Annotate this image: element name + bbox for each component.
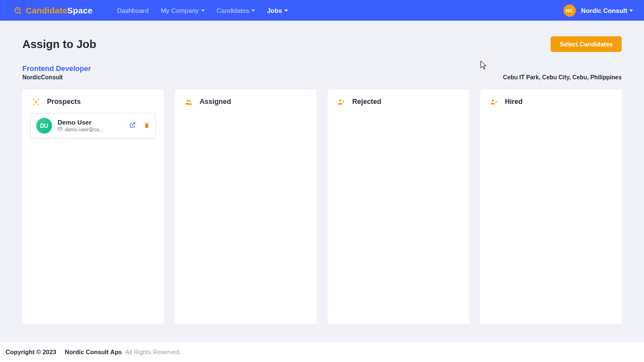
brand-part2: Space: [67, 6, 92, 15]
job-location: Cebu IT Park, Cebu City, Cebu, Philippin…: [503, 74, 622, 80]
assigned-icon: [184, 97, 193, 106]
job-company: NordicConsult: [22, 74, 91, 80]
job-info-left: Frontend Developer NordicConsult: [22, 64, 91, 80]
kanban-board: Prospects DU Demo User demo.user@ca...: [22, 89, 622, 324]
footer-company: Nordic Consult Aps: [65, 349, 122, 355]
nav-right: NC Nordic Consult: [564, 4, 633, 17]
svg-point-2: [17, 9, 18, 11]
search-person-icon: [13, 6, 22, 15]
svg-point-3: [35, 101, 37, 103]
page-header-row: Assign to Job Select Candidates: [22, 36, 622, 52]
column-assigned: Assigned: [175, 89, 316, 324]
mail-icon: [58, 126, 63, 132]
user-avatar-badge[interactable]: NC: [564, 4, 576, 17]
user-name: Nordic Consult: [581, 7, 627, 14]
trash-icon[interactable]: [144, 122, 150, 130]
nav-dashboard[interactable]: Dashboard: [117, 7, 149, 14]
svg-line-1: [20, 12, 21, 14]
column-header-assigned: Assigned: [183, 97, 309, 106]
column-title: Hired: [505, 98, 523, 106]
candidate-email-row: demo.user@ca...: [58, 126, 124, 132]
nav-candidates-label: Candidates: [217, 7, 249, 14]
nav-my-company-label: My Company: [161, 7, 199, 14]
candidate-avatar: DU: [36, 118, 52, 134]
open-external-icon[interactable]: [129, 122, 136, 130]
top-navbar: CandidateSpace Dashboard My Company Cand…: [0, 0, 644, 21]
page-body: Assign to Job Select Candidates Frontend…: [0, 21, 644, 324]
page-title: Assign to Job: [22, 38, 96, 51]
column-header-rejected: Rejected: [335, 97, 461, 106]
column-hired: Hired: [480, 89, 622, 324]
column-title: Rejected: [352, 98, 381, 106]
column-header-prospects: Prospects: [30, 97, 156, 106]
select-candidates-button[interactable]: Select Candidates: [551, 36, 622, 52]
column-title: Assigned: [200, 98, 231, 106]
job-info-row: Frontend Developer NordicConsult Cebu IT…: [22, 64, 622, 80]
footer: Copyright © 2023 Nordic Consult Aps All …: [0, 342, 644, 362]
chevron-down-icon: [201, 9, 205, 12]
nav-jobs-label: Jobs: [267, 7, 282, 14]
svg-point-5: [186, 99, 188, 102]
candidate-main: Demo User demo.user@ca...: [58, 119, 124, 132]
footer-rights: All Rights Reserved.: [125, 349, 181, 355]
rejected-icon: [337, 97, 345, 106]
svg-point-7: [339, 99, 341, 102]
nav-links: Dashboard My Company Candidates Jobs: [117, 7, 288, 14]
column-prospects: Prospects DU Demo User demo.user@ca...: [22, 89, 164, 324]
candidate-email: demo.user@ca...: [65, 127, 103, 132]
column-rejected: Rejected: [328, 89, 469, 324]
nav-my-company[interactable]: My Company: [161, 7, 205, 14]
chevron-down-icon: [285, 9, 288, 12]
brand-part1: Candidate: [26, 6, 67, 15]
footer-copyright: Copyright © 2023: [6, 349, 56, 355]
chevron-down-icon: [629, 9, 633, 12]
candidate-card[interactable]: DU Demo User demo.user@ca...: [30, 113, 156, 139]
column-header-hired: Hired: [488, 97, 614, 106]
nav-jobs[interactable]: Jobs: [267, 7, 288, 14]
hired-icon: [489, 97, 498, 106]
candidate-actions: [129, 122, 150, 130]
brand[interactable]: CandidateSpace: [13, 6, 93, 15]
prospects-icon: [31, 97, 40, 106]
user-menu[interactable]: Nordic Consult: [581, 7, 633, 14]
svg-point-8: [491, 99, 494, 102]
chevron-down-icon: [252, 9, 255, 12]
svg-point-6: [189, 100, 191, 102]
candidate-name: Demo User: [58, 119, 124, 126]
column-title: Prospects: [47, 98, 80, 106]
job-title-link[interactable]: Frontend Developer: [22, 64, 91, 73]
nav-candidates[interactable]: Candidates: [217, 7, 255, 14]
